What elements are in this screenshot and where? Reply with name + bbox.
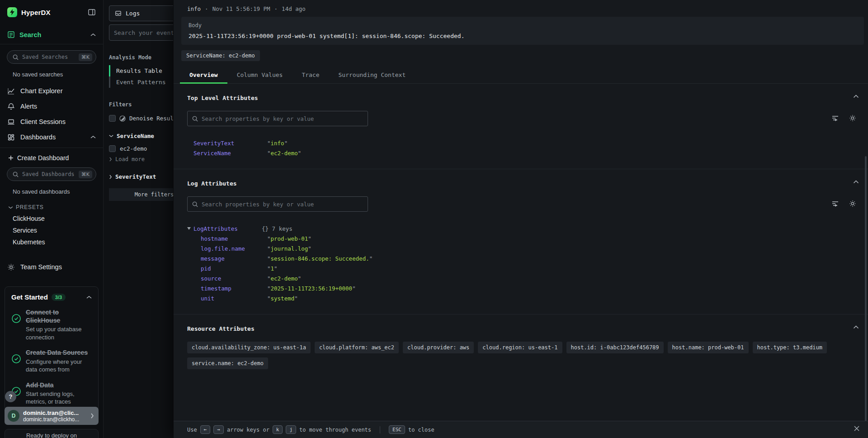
attribute-value[interactable]: info <box>267 140 856 147</box>
attribute-key[interactable]: unit <box>193 295 267 302</box>
resource-chip[interactable]: service.name: ec2-demo <box>187 357 268 369</box>
filter-group-severitytext[interactable]: SeverityText <box>109 173 173 180</box>
sidebar-item-alerts[interactable]: Alerts <box>0 99 103 114</box>
saved-dashboards-field[interactable] <box>22 171 75 177</box>
more-filters-button[interactable]: More filters <box>109 188 173 201</box>
wrap-lines-icon[interactable] <box>831 114 839 122</box>
property-search-box[interactable] <box>187 196 368 212</box>
attribute-key[interactable]: ServiceName <box>193 150 267 157</box>
close-icon[interactable] <box>854 425 860 432</box>
attribute-key[interactable]: source <box>193 275 267 282</box>
get-started-step[interactable]: Connect to ClickHouse Set up your databa… <box>11 308 92 341</box>
resource-chip[interactable]: host.id: i-0abc123def456789 <box>566 342 664 353</box>
resource-chip[interactable]: host.type: t3.medium <box>753 342 827 353</box>
search-section-icon <box>7 31 15 38</box>
tree-root-key[interactable]: LogAttributes <box>187 225 267 232</box>
footer-text: Use <box>187 427 197 433</box>
event-search-input[interactable] <box>114 29 173 36</box>
attribute-tree-root: LogAttributes {} 7 keys <box>193 224 856 233</box>
chevron-up-icon[interactable] <box>853 180 859 184</box>
sidebar-item-team-settings[interactable]: Team Settings <box>0 259 103 275</box>
divider <box>380 426 380 433</box>
tab-surrounding-context[interactable]: Surrounding Context <box>329 67 415 83</box>
attribute-key[interactable]: SeverityText <box>193 140 267 147</box>
avatar: D <box>8 410 19 422</box>
preset-clickhouse[interactable]: ClickHouse <box>13 215 96 222</box>
property-search-box[interactable] <box>187 111 368 126</box>
load-more-button[interactable]: Load more <box>109 156 173 162</box>
chevron-right-icon <box>109 157 112 162</box>
app-root: HyperDX Search ⌘K No saved searches Char… <box>0 0 868 438</box>
mode-event-patterns[interactable]: Event Patterns <box>109 76 173 88</box>
attribute-key[interactable]: timestamp <box>193 285 267 292</box>
chevron-up-icon[interactable] <box>90 33 96 37</box>
property-search-input[interactable] <box>202 201 363 208</box>
attribute-key[interactable]: pid <box>193 265 267 272</box>
preset-kubernetes[interactable]: Kubernetes <box>13 238 96 246</box>
attribute-value[interactable]: ec2-demo <box>267 275 856 282</box>
saved-searches-input[interactable]: ⌘K <box>7 50 96 64</box>
attribute-value[interactable]: systemd <box>267 295 856 302</box>
gear-icon[interactable] <box>849 200 856 207</box>
caret-down-icon[interactable] <box>187 227 191 230</box>
collapse-sidebar-icon[interactable] <box>88 8 96 16</box>
chevron-up-icon[interactable] <box>86 295 92 299</box>
property-search-input[interactable] <box>202 115 363 122</box>
saved-dashboards-input[interactable]: ⌘K <box>7 167 96 181</box>
source-selector-button[interactable]: Logs <box>109 5 173 21</box>
tab-column-values[interactable]: Column Values <box>227 67 292 83</box>
saved-searches-field[interactable] <box>22 54 75 60</box>
create-dashboard-button[interactable]: Create Dashboard <box>8 154 96 162</box>
get-started-step[interactable]: Create Data Sources Configure where your… <box>11 348 92 373</box>
resource-chip[interactable]: host.name: prod-web-01 <box>668 342 749 353</box>
resource-chip[interactable]: cloud.platform: aws_ec2 <box>315 342 399 353</box>
checkbox[interactable] <box>109 145 116 152</box>
tab-overview[interactable]: Overview <box>180 67 227 83</box>
denoise-results-toggle[interactable]: Denoise Results <box>109 115 173 122</box>
step-title: Connect to ClickHouse <box>26 308 92 324</box>
analysis-mode-label: Analysis Mode <box>109 54 173 61</box>
attribute-key[interactable]: log.file.name <box>193 245 267 252</box>
attribute-value[interactable]: session-846.scope: Succeeded. <box>267 255 856 262</box>
gear-icon[interactable] <box>849 114 856 122</box>
attribute-value[interactable]: 2025-11-11T23:56:19+0000 <box>267 285 856 292</box>
filter-option-ec2-demo[interactable]: ec2-demo <box>109 145 173 152</box>
chevron-up-icon[interactable] <box>853 95 859 98</box>
attribute-key[interactable]: message <box>193 255 267 262</box>
sidebar-item-dashboards[interactable]: Dashboards <box>0 129 103 145</box>
event-search-box[interactable] <box>109 24 173 41</box>
chevron-right-icon <box>109 175 112 179</box>
attribute-value[interactable]: ec2-demo <box>267 150 856 157</box>
filter-group-servicename[interactable]: ServiceName <box>109 133 173 139</box>
sidebar-item-chart-explorer[interactable]: Chart Explorer <box>0 83 103 99</box>
help-button[interactable]: ? <box>5 391 16 402</box>
get-started-step[interactable]: Add Data Start sending logs, metrics, or… <box>11 381 92 406</box>
event-meta: info · Nov 11 5:56:19 PM · 14d ago <box>187 5 864 12</box>
resource-chip[interactable]: cloud.region: us-east-1 <box>478 342 562 353</box>
mode-results-table[interactable]: Results Table <box>109 65 173 76</box>
resource-chip[interactable]: cloud.provider: aws <box>403 342 474 353</box>
attribute-key[interactable]: hostname <box>193 235 267 242</box>
user-menu[interactable]: D dominic.tran@clic... dominic.tran@clic… <box>5 407 99 425</box>
preset-services[interactable]: Services <box>13 227 96 234</box>
wrap-lines-icon[interactable] <box>831 200 839 207</box>
shortcut-badge: ⌘K <box>79 53 92 61</box>
servicename-tag-chip[interactable]: ServiceName: ec2-demo <box>181 50 260 61</box>
sidebar-item-client-sessions[interactable]: Client Sessions <box>0 114 103 129</box>
chevron-up-icon[interactable] <box>90 135 96 139</box>
search-section-label: Search <box>19 31 86 38</box>
attribute-value[interactable]: prod-web-01 <box>267 235 856 242</box>
chevron-down-icon <box>8 206 13 209</box>
step-title: Create Data Sources <box>26 348 92 357</box>
search-section-header[interactable]: Search <box>0 22 103 44</box>
attribute-value[interactable]: 1 <box>267 265 856 272</box>
chevron-up-icon[interactable] <box>853 325 859 329</box>
presets-toggle[interactable]: PRESETS <box>8 204 96 210</box>
attribute-row: pid 1 <box>193 263 856 273</box>
scrollbar-thumb[interactable] <box>865 156 867 421</box>
chevron-right-icon <box>90 413 94 419</box>
tab-trace[interactable]: Trace <box>292 67 329 83</box>
attribute-value[interactable]: journal.log <box>267 245 856 252</box>
resource-chip[interactable]: cloud.availability_zone: us-east-1a <box>187 342 311 353</box>
checkbox[interactable] <box>109 115 116 122</box>
